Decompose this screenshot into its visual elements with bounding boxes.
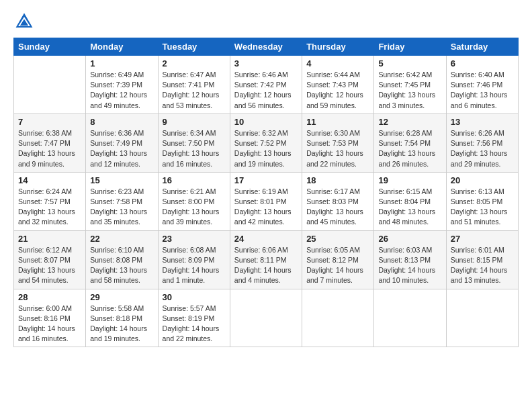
day-number: 30 [163,292,226,302]
day-number: 1 [90,58,153,68]
calendar-cell: 3Sunrise: 6:46 AM Sunset: 7:42 PM Daylig… [230,56,302,114]
logo [13,11,38,32]
calendar-cell: 5Sunrise: 6:42 AM Sunset: 7:45 PM Daylig… [374,56,446,114]
day-info: Sunrise: 6:06 AM Sunset: 8:11 PM Dayligh… [234,245,298,286]
day-info: Sunrise: 6:21 AM Sunset: 8:00 PM Dayligh… [163,187,226,228]
calendar-cell: 7Sunrise: 6:38 AM Sunset: 7:47 PM Daylig… [14,113,86,172]
calendar-cell: 2Sunrise: 6:47 AM Sunset: 7:41 PM Daylig… [158,56,230,114]
day-number: 8 [90,117,153,127]
calendar-cell: 13Sunrise: 6:26 AM Sunset: 7:56 PM Dayli… [446,113,518,172]
calendar-cell: 25Sunrise: 6:05 AM Sunset: 8:12 PM Dayli… [302,230,374,289]
day-number: 6 [451,58,514,68]
day-info: Sunrise: 6:23 AM Sunset: 7:58 PM Dayligh… [90,187,153,228]
calendar-cell: 27Sunrise: 6:01 AM Sunset: 8:15 PM Dayli… [446,230,518,289]
calendar-week-row: 28Sunrise: 6:00 AM Sunset: 8:16 PM Dayli… [14,289,519,347]
day-number: 26 [378,234,441,244]
calendar-cell: 6Sunrise: 6:40 AM Sunset: 7:46 PM Daylig… [446,56,518,114]
weekday-header-sunday: Sunday [14,38,86,56]
day-info: Sunrise: 6:08 AM Sunset: 8:09 PM Dayligh… [163,245,226,286]
day-info: Sunrise: 6:03 AM Sunset: 8:13 PM Dayligh… [378,245,441,286]
day-number: 9 [163,117,226,127]
calendar-cell [302,289,374,347]
day-info: Sunrise: 6:49 AM Sunset: 7:39 PM Dayligh… [90,70,153,111]
logo-icon [13,11,35,32]
calendar-cell: 9Sunrise: 6:34 AM Sunset: 7:50 PM Daylig… [158,113,230,172]
day-number: 2 [163,58,226,68]
day-info: Sunrise: 6:42 AM Sunset: 7:45 PM Dayligh… [378,70,441,111]
day-info: Sunrise: 6:24 AM Sunset: 7:57 PM Dayligh… [18,187,81,228]
calendar-cell: 11Sunrise: 6:30 AM Sunset: 7:53 PM Dayli… [302,113,374,172]
calendar-cell: 21Sunrise: 6:12 AM Sunset: 8:07 PM Dayli… [14,230,86,289]
calendar-week-row: 21Sunrise: 6:12 AM Sunset: 8:07 PM Dayli… [14,230,519,289]
day-info: Sunrise: 6:32 AM Sunset: 7:52 PM Dayligh… [234,128,298,169]
day-number: 23 [163,234,226,244]
calendar-cell: 30Sunrise: 5:57 AM Sunset: 8:19 PM Dayli… [158,289,230,347]
day-number: 25 [306,234,369,244]
day-number: 10 [234,117,298,127]
day-info: Sunrise: 6:13 AM Sunset: 8:05 PM Dayligh… [451,187,514,228]
weekday-header-tuesday: Tuesday [158,38,230,56]
calendar-cell [14,56,86,114]
calendar-cell [446,289,518,347]
day-number: 14 [18,175,81,185]
day-info: Sunrise: 6:12 AM Sunset: 8:07 PM Dayligh… [18,245,81,286]
calendar-week-row: 14Sunrise: 6:24 AM Sunset: 7:57 PM Dayli… [14,172,519,230]
day-info: Sunrise: 6:46 AM Sunset: 7:42 PM Dayligh… [234,70,298,111]
calendar-cell: 14Sunrise: 6:24 AM Sunset: 7:57 PM Dayli… [14,172,86,230]
day-number: 13 [451,117,514,127]
day-info: Sunrise: 6:36 AM Sunset: 7:49 PM Dayligh… [90,128,153,169]
day-number: 5 [378,58,441,68]
day-info: Sunrise: 6:00 AM Sunset: 8:16 PM Dayligh… [18,304,81,345]
day-info: Sunrise: 6:34 AM Sunset: 7:50 PM Dayligh… [163,128,226,169]
day-info: Sunrise: 6:19 AM Sunset: 8:01 PM Dayligh… [234,187,298,228]
weekday-header-friday: Friday [374,38,446,56]
calendar-cell: 26Sunrise: 6:03 AM Sunset: 8:13 PM Dayli… [374,230,446,289]
day-number: 22 [90,234,153,244]
calendar-cell: 12Sunrise: 6:28 AM Sunset: 7:54 PM Dayli… [374,113,446,172]
weekday-header-thursday: Thursday [302,38,374,56]
day-number: 21 [18,234,81,244]
day-number: 17 [234,175,298,185]
day-number: 15 [90,175,153,185]
day-number: 27 [451,234,514,244]
calendar-cell: 22Sunrise: 6:10 AM Sunset: 8:08 PM Dayli… [86,230,158,289]
day-number: 3 [234,58,298,68]
calendar-cell: 8Sunrise: 6:36 AM Sunset: 7:49 PM Daylig… [86,113,158,172]
day-info: Sunrise: 6:26 AM Sunset: 7:56 PM Dayligh… [451,128,514,169]
day-info: Sunrise: 6:15 AM Sunset: 8:04 PM Dayligh… [378,187,441,228]
day-info: Sunrise: 6:28 AM Sunset: 7:54 PM Dayligh… [378,128,441,169]
weekday-header-row: SundayMondayTuesdayWednesdayThursdayFrid… [14,38,519,56]
day-info: Sunrise: 6:40 AM Sunset: 7:46 PM Dayligh… [451,70,514,111]
day-number: 24 [234,234,298,244]
day-info: Sunrise: 6:05 AM Sunset: 8:12 PM Dayligh… [306,245,369,286]
day-number: 11 [306,117,369,127]
calendar-week-row: 1Sunrise: 6:49 AM Sunset: 7:39 PM Daylig… [14,56,519,114]
page-container: SundayMondayTuesdayWednesdayThursdayFrid… [0,0,532,411]
day-number: 4 [306,58,369,68]
calendar-cell: 20Sunrise: 6:13 AM Sunset: 8:05 PM Dayli… [446,172,518,230]
calendar-cell: 28Sunrise: 6:00 AM Sunset: 8:16 PM Dayli… [14,289,86,347]
day-info: Sunrise: 6:10 AM Sunset: 8:08 PM Dayligh… [90,245,153,286]
day-info: Sunrise: 5:58 AM Sunset: 8:18 PM Dayligh… [90,304,153,345]
calendar-cell: 24Sunrise: 6:06 AM Sunset: 8:11 PM Dayli… [230,230,302,289]
day-info: Sunrise: 6:44 AM Sunset: 7:43 PM Dayligh… [306,70,369,111]
day-info: Sunrise: 6:30 AM Sunset: 7:53 PM Dayligh… [306,128,369,169]
calendar-table: SundayMondayTuesdayWednesdayThursdayFrid… [13,38,519,347]
day-info: Sunrise: 6:01 AM Sunset: 8:15 PM Dayligh… [451,245,514,286]
day-info: Sunrise: 5:57 AM Sunset: 8:19 PM Dayligh… [163,304,226,345]
day-number: 29 [90,292,153,302]
calendar-cell: 18Sunrise: 6:17 AM Sunset: 8:03 PM Dayli… [302,172,374,230]
calendar-cell: 23Sunrise: 6:08 AM Sunset: 8:09 PM Dayli… [158,230,230,289]
header [13,11,519,32]
calendar-week-row: 7Sunrise: 6:38 AM Sunset: 7:47 PM Daylig… [14,113,519,172]
weekday-header-saturday: Saturday [446,38,518,56]
day-info: Sunrise: 6:17 AM Sunset: 8:03 PM Dayligh… [306,187,369,228]
calendar-cell: 1Sunrise: 6:49 AM Sunset: 7:39 PM Daylig… [86,56,158,114]
day-number: 7 [18,117,81,127]
day-number: 16 [163,175,226,185]
calendar-cell: 19Sunrise: 6:15 AM Sunset: 8:04 PM Dayli… [374,172,446,230]
day-number: 28 [18,292,81,302]
calendar-cell: 10Sunrise: 6:32 AM Sunset: 7:52 PM Dayli… [230,113,302,172]
calendar-cell: 29Sunrise: 5:58 AM Sunset: 8:18 PM Dayli… [86,289,158,347]
calendar-cell: 4Sunrise: 6:44 AM Sunset: 7:43 PM Daylig… [302,56,374,114]
